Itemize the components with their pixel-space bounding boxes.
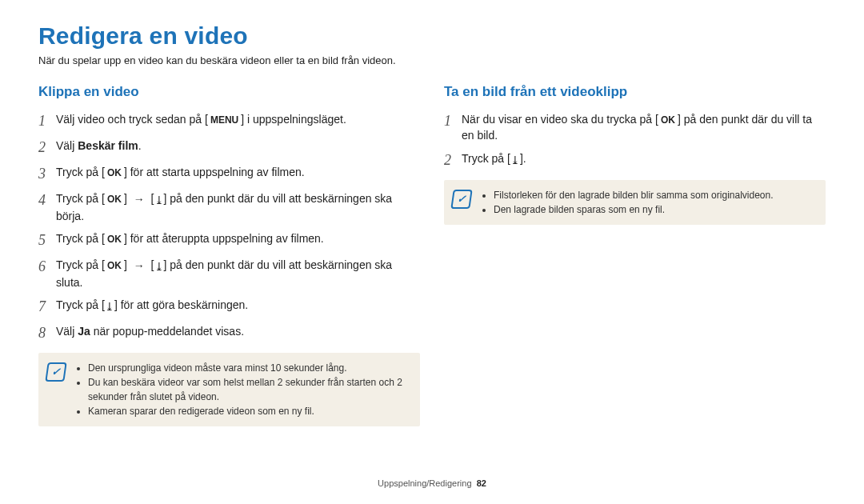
- note-item: Du kan beskära videor var som helst mell…: [88, 375, 409, 404]
- step-number: 7: [38, 296, 56, 317]
- note-icon: ✓: [450, 190, 472, 209]
- step-number: 5: [38, 230, 56, 250]
- note-box: ✓ Den ursprungliga videon måste vara min…: [38, 353, 420, 426]
- download-icon: ⤓: [510, 154, 520, 166]
- step-number: 3: [38, 163, 56, 184]
- page-number: 82: [477, 478, 486, 488]
- step-text: Välj Beskär film.: [56, 138, 420, 154]
- step-number: 8: [38, 322, 56, 343]
- step-number: 1: [38, 110, 56, 131]
- right-column: Ta en bild från ett videoklipp 1 När du …: [444, 84, 826, 426]
- right-heading: Ta en bild från ett videoklipp: [444, 84, 826, 100]
- left-heading: Klippa en video: [38, 84, 420, 100]
- page-title: Redigera en video: [38, 22, 826, 50]
- note-icon: ✓: [45, 362, 66, 382]
- download-icon: ⤓: [154, 260, 164, 273]
- step-text: Välj video och tryck sedan på [MENU] i u…: [56, 111, 420, 127]
- footer: Uppspelning/Redigering 82: [0, 478, 864, 488]
- list-item: 3 Tryck på [OK] för att starta uppspelni…: [38, 164, 420, 184]
- step-text: När du visar en video ska du trycka på […: [462, 111, 826, 144]
- ok-icon: OK: [659, 114, 677, 126]
- list-item: 2 Tryck på [⤓].: [444, 150, 826, 170]
- note-box: ✓ Filstorleken för den lagrade bilden bl…: [444, 180, 826, 225]
- step-text: Tryck på [OK] för att starta uppspelning…: [56, 164, 420, 180]
- download-icon: ⤓: [105, 300, 114, 313]
- intro-text: När du spelar upp en video kan du beskär…: [38, 54, 826, 66]
- menu-icon: MENU: [209, 114, 240, 126]
- list-item: 1 Välj video och tryck sedan på [MENU] i…: [38, 111, 420, 131]
- footer-section: Uppspelning/Redigering: [378, 478, 471, 488]
- step-text: Välj Ja när popup-meddelandet visas.: [56, 323, 420, 339]
- step-text: Tryck på [⤓].: [462, 150, 826, 167]
- left-steps: 1 Välj video och tryck sedan på [MENU] i…: [38, 111, 420, 343]
- list-item: 8 Välj Ja när popup-meddelandet visas.: [38, 323, 420, 343]
- step-text: Tryck på [OK] → [⤓] på den punkt där du …: [56, 257, 420, 290]
- ok-icon: OK: [106, 166, 123, 179]
- list-item: 2 Välj Beskär film.: [38, 138, 420, 158]
- list-item: 1 När du visar en video ska du trycka på…: [444, 111, 826, 144]
- step-number: 2: [38, 137, 56, 158]
- arrow-icon: →: [130, 259, 148, 272]
- step-number: 6: [38, 256, 56, 277]
- ok-icon: OK: [106, 194, 123, 206]
- step-number: 2: [444, 150, 462, 170]
- step-number: 4: [38, 190, 56, 210]
- arrow-icon: →: [130, 193, 148, 206]
- left-column: Klippa en video 1 Välj video och tryck s…: [38, 84, 420, 426]
- ok-icon: OK: [106, 259, 123, 272]
- step-text: Tryck på [⤓] för att göra beskärningen.: [56, 297, 420, 314]
- step-text: Tryck på [OK] för att återuppta uppspeln…: [56, 230, 420, 246]
- list-item: 6 Tryck på [OK] → [⤓] på den punkt där d…: [38, 257, 420, 290]
- list-item: 4 Tryck på [OK] → [⤓] på den punkt där d…: [38, 190, 420, 224]
- note-list: Filstorleken för den lagrade bilden blir…: [481, 188, 774, 217]
- download-icon: ⤓: [154, 194, 164, 206]
- note-item: Filstorleken för den lagrade bilden blir…: [494, 188, 774, 202]
- columns: Klippa en video 1 Välj video och tryck s…: [38, 84, 826, 426]
- note-item: Den ursprungliga videon måste vara minst…: [88, 361, 409, 375]
- list-item: 5 Tryck på [OK] för att återuppta uppspe…: [38, 230, 420, 250]
- step-text: Tryck på [OK] → [⤓] på den punkt där du …: [56, 190, 420, 224]
- ok-icon: OK: [106, 233, 123, 246]
- list-item: 7 Tryck på [⤓] för att göra beskärningen…: [38, 297, 420, 317]
- step-number: 1: [444, 110, 462, 131]
- note-item: Den lagrade bilden sparas som en ny fil.: [494, 202, 774, 217]
- page: Redigera en video När du spelar upp en v…: [0, 0, 864, 504]
- note-list: Den ursprungliga videon måste vara minst…: [75, 361, 409, 418]
- note-item: Kameran sparar den redigerade videon som…: [88, 404, 409, 418]
- right-steps: 1 När du visar en video ska du trycka på…: [444, 111, 826, 170]
